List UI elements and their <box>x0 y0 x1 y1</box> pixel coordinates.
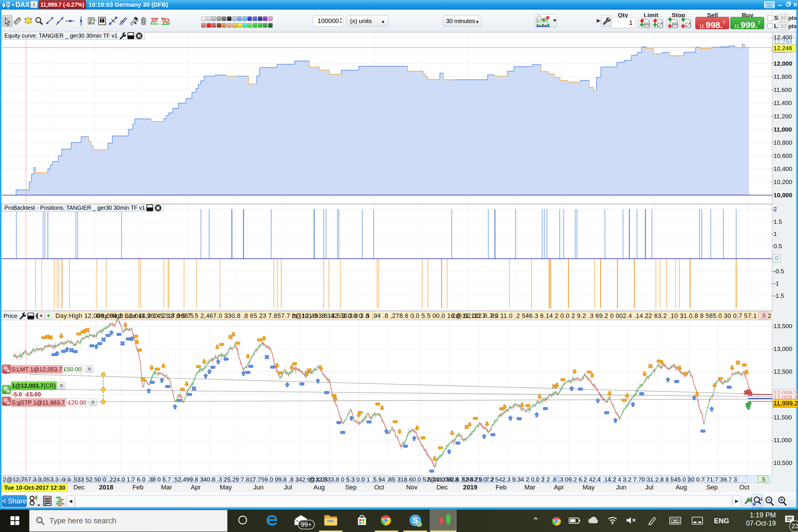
svg-text:T: T <box>101 19 103 23</box>
